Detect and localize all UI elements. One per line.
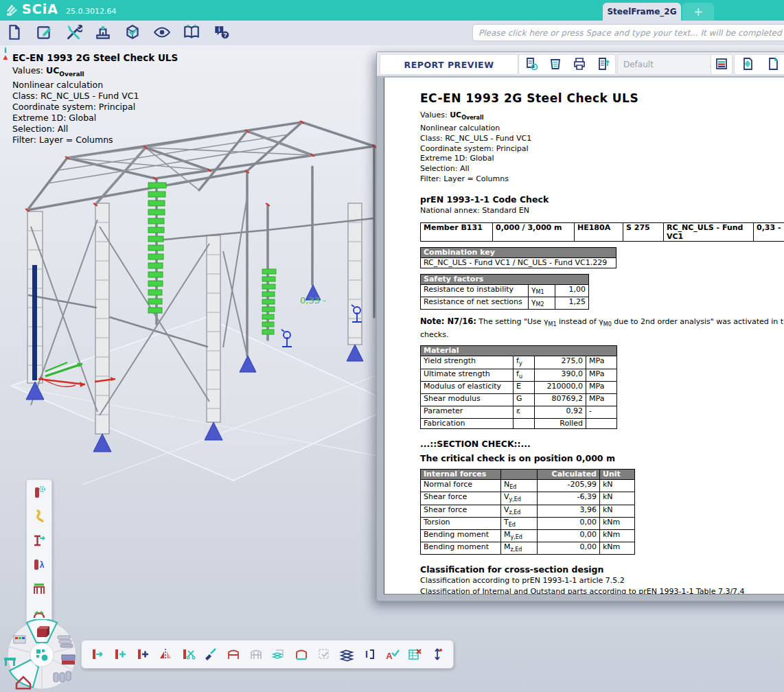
edit-toolbar: I A <box>81 640 454 669</box>
critical-check-line: The critical check is on position 0,000 … <box>420 453 784 463</box>
report-page[interactable]: EC-EN 1993 2G Steel Check ULS Values: UC… <box>384 78 784 595</box>
help-icon[interactable]: i? <box>211 23 231 43</box>
dimension-icon[interactable] <box>428 645 446 663</box>
slenderness-lambda-icon[interactable]: λ <box>31 556 47 573</box>
member-check-settings-icon[interactable] <box>31 484 47 500</box>
annotation-line: Selection: All <box>12 124 178 135</box>
rename-icon[interactable]: I <box>360 645 378 663</box>
edit-project-icon[interactable] <box>34 23 54 43</box>
view-annotation: EC-EN 1993 2G Steel Check ULS Values: UC… <box>12 52 178 146</box>
member-summary-table: Member B131 0,000 / 3,000 m HE180A S 275… <box>420 222 784 242</box>
process-wheel[interactable] <box>0 619 87 692</box>
project-tab[interactable]: SteelFrame_2G <box>603 3 681 21</box>
report-style-icon[interactable] <box>546 56 564 73</box>
frame-disabled-icon <box>247 645 265 663</box>
classification-line1: Classification according to prEN 1993-1-… <box>420 576 784 586</box>
annotation-line: Extreme 1D: Global <box>12 113 178 124</box>
brush-icon[interactable] <box>202 645 220 663</box>
frame-icon[interactable] <box>224 645 242 663</box>
verify-cube-icon[interactable] <box>122 23 143 43</box>
internal-forces-table: Internal forces Calculated Unit Normal f… <box>420 469 635 555</box>
result-toolbar: λ <box>26 479 52 625</box>
mirror-icon[interactable] <box>157 645 174 663</box>
report-panel-header: REPORT PREVIEW Default ∧ 100 <box>377 52 784 76</box>
force-row: Torsion TEd 0,00 kNm <box>421 517 635 529</box>
member-end-arrow-icon[interactable] <box>89 645 106 663</box>
command-input[interactable] <box>472 24 784 41</box>
safety-row: Resistance of net sections γM2 1,25 <box>421 297 589 309</box>
add-node-icon[interactable] <box>111 645 129 663</box>
export-report-icon[interactable] <box>595 56 612 73</box>
force-row: Bending moment My,Ed 0,00 kNm <box>421 530 635 542</box>
app-version: 25.0.3012.64 <box>66 7 116 16</box>
single-page-icon[interactable] <box>764 56 782 73</box>
annotation-line: Filter: Layer = Columns <box>12 135 178 146</box>
material-row: Parameter ε 0,92 - <box>421 406 617 419</box>
annotation-values: Values: UCOverall <box>12 65 178 80</box>
note-paragraph: Note: N7/16: The setting "Use γM1 instea… <box>420 316 784 340</box>
material-row: Yield strength fy 275,0 MPa <box>421 356 617 369</box>
report-template-dropdown[interactable]: Default ∧ <box>617 54 720 75</box>
panel-title: REPORT PREVIEW <box>380 54 518 75</box>
machine-icon[interactable] <box>93 23 113 43</box>
material-row: Fabrication Rolled <box>421 419 617 429</box>
frame-load-icon[interactable] <box>31 580 47 597</box>
zoom-group: 100 <box>734 54 784 75</box>
dropdown-value: Default <box>623 60 654 69</box>
check-text-icon[interactable]: A <box>383 645 401 663</box>
visibility-eye-icon[interactable] <box>152 23 172 43</box>
report-meta: Values: UCOverall Nonlinear calculationC… <box>420 111 784 185</box>
material-row: Ultimate strength fu 390,0 MPa <box>421 369 617 381</box>
new-tab-button[interactable]: + <box>682 3 714 21</box>
layers-frame-icon[interactable] <box>270 645 288 663</box>
meta-line: Nonlinear calculation <box>420 124 784 134</box>
svg-text:λ: λ <box>40 560 45 570</box>
annotation-line: Nonlinear calculation <box>12 80 178 91</box>
svg-text:A: A <box>386 651 393 661</box>
fit-width-icon[interactable] <box>739 56 757 73</box>
deformed-shape-icon[interactable] <box>31 508 47 524</box>
new-document-icon[interactable] <box>4 23 25 43</box>
uc-result-label: 0,33 - <box>300 295 326 305</box>
report-actions-group <box>518 54 616 75</box>
meta-line: Selection: All <box>420 164 784 174</box>
print-icon[interactable] <box>570 56 588 73</box>
force-row: Shear force Vz,Ed 3,96 kN <box>421 505 635 517</box>
scia-engineer-window: { "app": { "brand": "SCiA", "version": "… <box>0 0 784 692</box>
svg-text:i: i <box>218 26 220 33</box>
cross-section-icon[interactable] <box>31 532 47 549</box>
insert-node-icon[interactable] <box>134 645 152 663</box>
selection-disabled-icon <box>315 645 333 663</box>
report-preview-panel: REPORT PREVIEW Default ∧ 100 EC-EN 1993 … <box>376 51 784 601</box>
wheel-hub[interactable] <box>30 643 54 667</box>
material-row: Modulus of elasticity E 210000,0 MPa <box>421 381 617 393</box>
material-row: Shear modulus G 80769,2 MPa <box>421 393 617 406</box>
trim-cut-icon[interactable] <box>179 645 197 663</box>
member-summary-row: Member B131 0,000 / 3,000 m HE180A S 275… <box>421 222 784 241</box>
warning-triangle-icon: ▲ <box>1 54 10 60</box>
safety-header: Safety factors <box>421 274 589 284</box>
annotation-title: EC-EN 1993 2G Steel Check ULS <box>12 52 178 63</box>
regenerate-report-icon[interactable] <box>522 56 540 73</box>
arch-deformation-icon[interactable] <box>31 604 47 621</box>
delete-table-icon[interactable] <box>406 645 424 663</box>
tools-icon[interactable] <box>63 23 84 43</box>
meta-line: Coordinate system: Principal <box>420 144 784 154</box>
combination-header: Combination key <box>421 247 616 257</box>
meta-line: Extreme 1D: Global <box>420 154 784 164</box>
svg-text:I: I <box>365 649 368 660</box>
info-icon[interactable]: i▲ <box>1 47 10 60</box>
safety-row: Resistance to instability γM1 1,00 <box>421 284 589 297</box>
annotation-line: Class: RC_NC_ULS - Fund VC1 <box>12 91 178 102</box>
safety-factors-table: Safety factors Resistance to instability… <box>420 274 589 310</box>
library-book-icon[interactable] <box>181 23 202 43</box>
annotation-line: Coordinate system: Principal <box>12 102 178 113</box>
selected-member[interactable] <box>32 265 37 380</box>
code-check-heading: prEN 1993-1-1 Code Check <box>420 194 784 205</box>
table-of-contents-icon[interactable] <box>713 56 730 73</box>
svg-text:?: ? <box>223 31 227 38</box>
layers-icon[interactable] <box>338 645 356 663</box>
force-row: Bending moment Mz,Ed 0,00 kNm <box>421 542 635 555</box>
report-title: EC-EN 1993 2G Steel Check ULS <box>420 91 784 105</box>
frame-open-icon[interactable] <box>292 645 310 663</box>
